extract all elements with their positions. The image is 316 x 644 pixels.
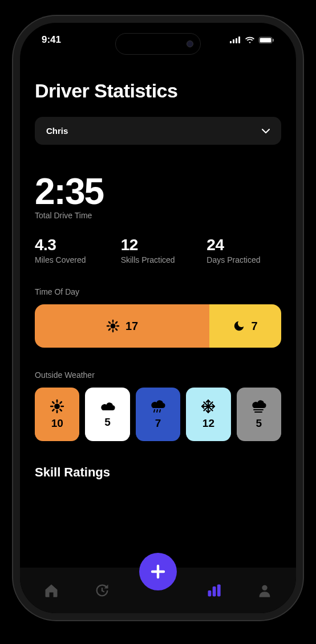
weather-value: 10 bbox=[51, 417, 63, 430]
cellular-icon bbox=[230, 36, 241, 43]
weather-card-sunny[interactable]: 10 bbox=[35, 388, 79, 441]
side-button bbox=[13, 219, 14, 259]
weather-row: 10 5 7 12 5 bbox=[35, 388, 281, 441]
stat-label: Miles Covered bbox=[35, 255, 110, 264]
svg-line-26 bbox=[157, 410, 157, 412]
dynamic-island bbox=[115, 33, 201, 55]
camera-dot bbox=[187, 40, 193, 47]
hero-stat: 2:35 Total Drive Time bbox=[35, 173, 281, 220]
side-button bbox=[13, 137, 14, 157]
svg-rect-1 bbox=[233, 39, 234, 43]
time-of-day-label: Time Of Day bbox=[35, 287, 281, 296]
svg-line-24 bbox=[60, 402, 62, 403]
cloud-icon bbox=[99, 400, 116, 413]
stat-miles: 4.3 Miles Covered bbox=[35, 236, 110, 264]
svg-line-21 bbox=[53, 402, 54, 403]
time-of-day-bar: 17 7 bbox=[35, 304, 281, 348]
stat-label: Days Practiced bbox=[206, 255, 281, 264]
svg-line-14 bbox=[109, 329, 110, 330]
weather-value: 12 bbox=[202, 417, 214, 430]
sun-icon bbox=[50, 399, 64, 414]
svg-line-12 bbox=[109, 322, 110, 323]
stat-days: 24 Days Practiced bbox=[206, 236, 281, 264]
add-button[interactable] bbox=[139, 553, 177, 590]
tab-profile[interactable] bbox=[250, 576, 279, 605]
svg-line-13 bbox=[116, 329, 117, 330]
svg-rect-2 bbox=[236, 38, 237, 43]
wifi-icon bbox=[245, 36, 255, 44]
driver-dropdown[interactable]: Chris bbox=[35, 117, 281, 145]
svg-rect-44 bbox=[208, 590, 211, 597]
time-of-day-day[interactable]: 17 bbox=[35, 304, 209, 348]
weather-card-rain[interactable]: 7 bbox=[136, 388, 180, 441]
svg-rect-6 bbox=[273, 39, 274, 42]
night-count: 7 bbox=[251, 320, 257, 333]
day-count: 17 bbox=[125, 320, 138, 333]
rain-icon bbox=[149, 399, 167, 414]
svg-point-7 bbox=[110, 324, 115, 329]
page-title: Driver Statistics bbox=[35, 80, 281, 102]
weather-card-cloudy[interactable]: 5 bbox=[85, 388, 129, 441]
weather-label: Outside Weather bbox=[35, 370, 281, 380]
profile-icon bbox=[257, 582, 273, 598]
status-indicators bbox=[230, 36, 274, 44]
weather-value: 7 bbox=[155, 417, 161, 430]
stat-value: 12 bbox=[121, 236, 196, 254]
phone-frame: 9:41 Driver Statistics Chris 2:35 Total … bbox=[13, 16, 303, 620]
svg-point-16 bbox=[54, 403, 60, 409]
svg-line-25 bbox=[154, 410, 155, 412]
weather-card-fog[interactable]: 5 bbox=[237, 388, 281, 441]
svg-line-15 bbox=[116, 322, 117, 323]
hero-stat-label: Total Drive Time bbox=[35, 211, 281, 220]
svg-rect-5 bbox=[260, 38, 272, 42]
svg-line-27 bbox=[160, 410, 160, 412]
svg-rect-46 bbox=[217, 585, 220, 597]
stat-value: 24 bbox=[206, 236, 281, 254]
plus-icon bbox=[149, 563, 167, 580]
stat-label: Skills Practiced bbox=[121, 255, 196, 264]
stats-icon bbox=[206, 582, 222, 598]
side-button bbox=[302, 182, 303, 245]
weather-value: 5 bbox=[104, 416, 111, 429]
svg-line-23 bbox=[53, 409, 54, 410]
hero-stat-value: 2:35 bbox=[35, 173, 281, 210]
weather-card-snow[interactable]: 12 bbox=[186, 388, 230, 441]
svg-rect-3 bbox=[238, 36, 240, 43]
sun-icon bbox=[106, 319, 120, 333]
tab-stats[interactable] bbox=[200, 576, 228, 605]
snowflake-icon bbox=[201, 399, 216, 414]
moon-icon bbox=[233, 320, 245, 332]
side-button bbox=[13, 171, 14, 211]
fog-icon bbox=[250, 399, 268, 414]
stats-row: 4.3 Miles Covered 12 Skills Practiced 24… bbox=[35, 236, 281, 264]
svg-rect-0 bbox=[230, 41, 232, 43]
svg-line-22 bbox=[60, 409, 62, 410]
time-of-day-night[interactable]: 7 bbox=[209, 304, 281, 348]
screen-content: Driver Statistics Chris 2:35 Total Drive… bbox=[20, 57, 296, 613]
svg-rect-45 bbox=[212, 586, 216, 597]
stat-skills: 12 Skills Practiced bbox=[121, 236, 196, 264]
status-time: 9:41 bbox=[42, 34, 61, 46]
skill-ratings-title: Skill Ratings bbox=[35, 465, 281, 480]
weather-value: 5 bbox=[256, 417, 262, 430]
tab-history[interactable] bbox=[88, 576, 116, 605]
battery-icon bbox=[258, 36, 274, 44]
home-icon bbox=[43, 582, 59, 598]
history-icon bbox=[94, 582, 110, 598]
dropdown-selected-label: Chris bbox=[46, 126, 68, 136]
svg-point-47 bbox=[262, 585, 268, 590]
stat-value: 4.3 bbox=[35, 236, 110, 254]
tab-home[interactable] bbox=[37, 576, 66, 605]
chevron-down-icon bbox=[262, 129, 270, 133]
